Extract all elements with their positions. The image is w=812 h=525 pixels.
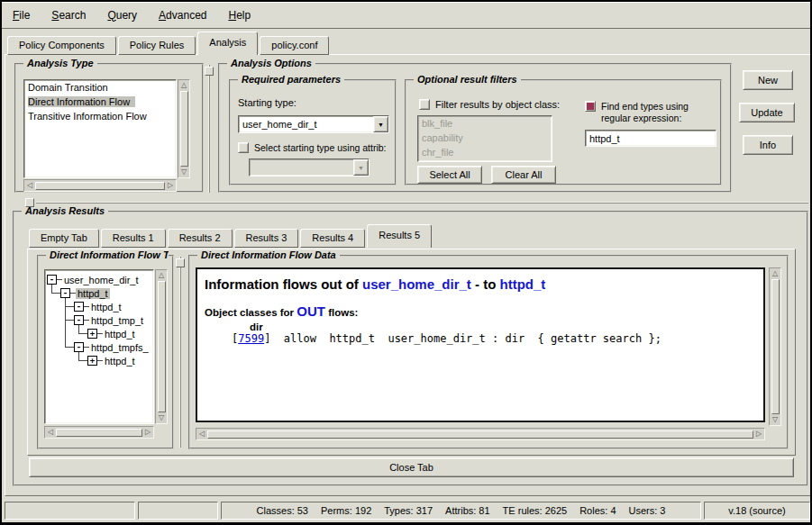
scroll-up-icon[interactable]: △ xyxy=(771,269,780,278)
data-hscrollbar[interactable]: ◁ ▷ xyxy=(196,428,765,440)
tree-connector xyxy=(65,347,74,348)
tree-node-label[interactable]: httpd_t xyxy=(103,329,137,339)
results-sash-horizontal[interactable] xyxy=(36,202,808,204)
stat-classes: Classes: 53 xyxy=(257,505,308,516)
attrib-checkbox[interactable] xyxy=(238,142,249,153)
tree-node-label[interactable]: httpd_t xyxy=(76,288,110,299)
tree-connector xyxy=(65,306,74,307)
tree-data-sash-handle[interactable] xyxy=(176,258,185,267)
clear-all-button[interactable]: Clear All xyxy=(491,166,556,184)
tree-expander-icon[interactable]: - xyxy=(74,315,84,325)
tab-results-5[interactable]: Results 5 xyxy=(367,224,432,248)
tree-node-label[interactable]: httpd_t xyxy=(89,302,123,312)
apol-window: File Search Query Advanced Help Policy C… xyxy=(0,0,812,525)
optional-result-filters-group: Optional result filters Filter results b… xyxy=(405,79,722,186)
flow-tree[interactable]: - user_home_dir_t - httpd_t - httpd_t - … xyxy=(44,269,154,424)
tab-results-3[interactable]: Results 3 xyxy=(234,229,299,248)
main-tab-bar: Policy Components Policy Rules Analysis … xyxy=(7,32,331,55)
scrollbar-thumb[interactable] xyxy=(180,91,188,167)
scrollbar-thumb[interactable] xyxy=(35,182,165,190)
scrollbar-thumb[interactable] xyxy=(158,281,166,412)
scroll-up-icon[interactable]: △ xyxy=(179,81,188,90)
menu-bar: File Search Query Advanced Help xyxy=(2,2,810,29)
scroll-down-icon[interactable]: ▽ xyxy=(179,167,188,177)
menu-search[interactable]: Search xyxy=(51,9,86,22)
tree-data-sash[interactable] xyxy=(179,257,181,448)
tree-node-httpd-t-child2[interactable]: + httpd_t xyxy=(87,354,137,367)
scrollbar-thumb[interactable] xyxy=(207,430,753,439)
scroll-left-icon[interactable]: ◁ xyxy=(46,428,55,437)
scroll-left-icon[interactable]: ◁ xyxy=(25,181,34,190)
tree-node-user-home-dir-t[interactable]: - user_home_dir_t xyxy=(47,273,141,286)
tree-node-label[interactable]: httpd_tmp_t xyxy=(89,315,145,326)
scroll-right-icon[interactable]: ▷ xyxy=(754,430,763,439)
results-sash-handle[interactable] xyxy=(25,198,34,207)
pane-sash-vertical[interactable] xyxy=(208,65,210,193)
policy-version: v.18 (source) xyxy=(728,505,785,516)
tree-vscrollbar[interactable]: △ ▽ xyxy=(155,269,168,424)
regex-checkbox[interactable] xyxy=(585,101,596,112)
analysis-type-item-transitive-information-flow[interactable]: Transitive Information Flow xyxy=(24,109,176,123)
tab-results-4[interactable]: Results 4 xyxy=(300,229,365,248)
object-class-checkbox-row: Filter results by object class: xyxy=(419,99,560,110)
tree-expander-icon[interactable]: - xyxy=(47,275,57,285)
rule-id-link[interactable]: 7599 xyxy=(238,332,264,345)
analysis-type-hscrollbar[interactable]: ◁ ▷ xyxy=(23,179,177,192)
tab-results-2[interactable]: Results 2 xyxy=(168,229,233,248)
tree-node-label[interactable]: httpd_t xyxy=(103,356,137,367)
tree-expander-icon[interactable]: + xyxy=(87,329,97,339)
close-tab-button[interactable]: Close Tab xyxy=(29,457,794,477)
analysis-type-item-direct-information-flow[interactable]: Direct Information Flow xyxy=(24,95,176,109)
tab-policy-components[interactable]: Policy Components xyxy=(7,36,116,55)
menu-advanced[interactable]: Advanced xyxy=(159,9,206,22)
menu-file[interactable]: File xyxy=(13,9,30,22)
flow-data-textarea[interactable]: Information flows out of user_home_dir_t… xyxy=(196,267,765,422)
new-button[interactable]: New xyxy=(743,70,793,90)
tree-expander-icon[interactable]: - xyxy=(74,342,84,352)
object-class-checkbox[interactable] xyxy=(419,99,430,110)
tab-empty-tab[interactable]: Empty Tab xyxy=(29,229,99,248)
pane-sash-handle[interactable] xyxy=(205,67,214,76)
status-panel-version: v.18 (source) xyxy=(704,502,810,520)
tab-results-1[interactable]: Results 1 xyxy=(101,229,166,248)
tree-node-httpd-t-selected[interactable]: - httpd_t xyxy=(60,286,110,300)
tree-node-httpd-tmpfs-t[interactable]: - httpd_tmpfs_ xyxy=(74,340,151,354)
flow-direction: OUT xyxy=(297,303,325,319)
starting-type-combobox[interactable]: user_home_dir_t ▼ xyxy=(238,115,389,133)
tree-node-label[interactable]: user_home_dir_t xyxy=(62,275,141,285)
tree-expander-icon[interactable]: + xyxy=(87,356,97,366)
tree-node-httpd-t-child[interactable]: + httpd_t xyxy=(87,327,137,340)
scrollbar-thumb[interactable] xyxy=(771,279,780,414)
scroll-right-icon[interactable]: ▷ xyxy=(166,181,175,190)
tab-policy-rules[interactable]: Policy Rules xyxy=(118,36,196,55)
update-button[interactable]: Update xyxy=(739,103,795,122)
stat-types: Types: 317 xyxy=(384,505,433,516)
tree-node-httpd-tmp-t[interactable]: - httpd_tmp_t xyxy=(74,313,145,327)
tree-node-label[interactable]: httpd_tmpfs_ xyxy=(89,342,151,353)
menu-query[interactable]: Query xyxy=(107,9,137,22)
menu-help[interactable]: Help xyxy=(228,9,251,22)
tree-expander-icon[interactable]: - xyxy=(60,288,70,298)
scroll-right-icon[interactable]: ▷ xyxy=(143,428,152,437)
analysis-type-vscrollbar[interactable]: △ ▽ xyxy=(178,79,190,178)
tree-hscrollbar[interactable]: ◁ ▷ xyxy=(44,426,154,439)
scroll-down-icon[interactable]: ▽ xyxy=(771,415,780,424)
object-class-item: blk_file xyxy=(418,116,552,131)
scrollbar-thumb[interactable] xyxy=(56,429,142,437)
regex-input[interactable] xyxy=(585,130,716,147)
data-vscrollbar[interactable]: △ ▽ xyxy=(769,267,781,426)
scroll-up-icon[interactable]: △ xyxy=(157,271,166,280)
rule-text: allow httpd_t user_home_dir_t : dir { ge… xyxy=(270,332,661,345)
tab-policy-conf[interactable]: policy.conf xyxy=(260,36,329,55)
tab-analysis[interactable]: Analysis xyxy=(197,32,258,55)
analysis-type-listbox[interactable]: Domain Transition Direct Information Flo… xyxy=(23,79,177,178)
scroll-left-icon[interactable]: ◁ xyxy=(197,430,206,439)
tree-expander-icon[interactable]: - xyxy=(74,302,84,312)
scroll-down-icon[interactable]: ▽ xyxy=(157,413,166,422)
tree-node-httpd-t[interactable]: - httpd_t xyxy=(74,300,123,313)
analysis-type-item-domain-transition[interactable]: Domain Transition xyxy=(24,80,176,95)
info-button[interactable]: Info xyxy=(743,135,793,155)
chevron-down-icon[interactable]: ▼ xyxy=(373,116,388,132)
attrib-checkbox-label: Select starting type using attrib: xyxy=(254,142,387,153)
select-all-button[interactable]: Select All xyxy=(417,166,482,184)
